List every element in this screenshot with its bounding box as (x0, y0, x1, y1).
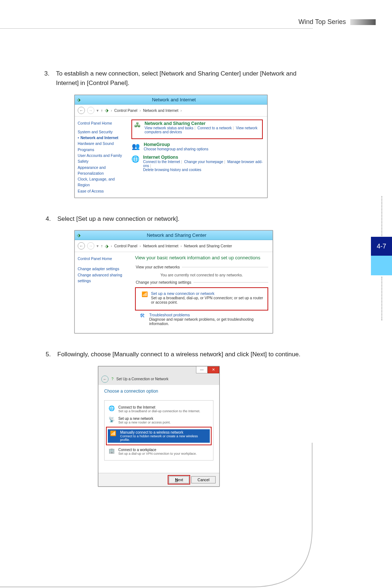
step-5: 5. Followingly, choose [Manually connect… (44, 350, 312, 359)
opt2-desc: Set up a new router or access point. (118, 421, 171, 424)
fig2-addressbar[interactable]: ← → ▾ ↑ ⬗ › Control Panel › Network and … (75, 240, 273, 252)
side-dots-top (381, 196, 382, 236)
text-troubleshoot-desc: Diagnose and repair network problems, or… (149, 317, 268, 326)
link-nsc-title[interactable]: Network and Sharing Center (144, 121, 260, 126)
opt4-desc: Set up a dial-up or VPN connection to yo… (118, 452, 197, 455)
legend-active-networks: View your active networks (135, 265, 182, 269)
link-io-title[interactable]: Internet Options (143, 155, 263, 160)
highlight-setup-connection: 📶 Set up a new connection or network Set… (135, 287, 268, 311)
step-5-text: Followingly, choose [Manually connect to… (57, 350, 301, 359)
opt3-title: Manually connect to a wireless network (120, 430, 208, 434)
fig3-header: ← ? Set Up a Connection or Network (98, 373, 219, 385)
crumb-control-panel[interactable]: Control Panel (114, 244, 138, 248)
fig1-sidebar: Control Panel Home System and Security •… (75, 117, 127, 198)
link-io-homepage[interactable]: Change your homepage (184, 160, 223, 164)
back-icon[interactable]: ← (78, 107, 85, 114)
setup-connection-icon: 📶 (142, 291, 148, 298)
fig2-titlebar: ⬗ Network and Sharing Center (75, 231, 273, 240)
up-icon[interactable]: ↑ (101, 244, 103, 248)
fieldset-active-networks: View your active networks You are curren… (135, 265, 268, 280)
opt1-desc: Set up a broadband or dial-up connection… (118, 409, 200, 413)
fig3-wizard: — ✕ ← ? Set Up a Connection or Network C… (98, 366, 220, 487)
opt3-desc: Connect to a hidden network or create a … (120, 434, 208, 442)
highlight-nsc: 🖧 Network and Sharing Center View networ… (131, 119, 263, 139)
fig2-main-heading: View your basic network information and … (135, 255, 268, 260)
up-icon[interactable]: ↑ (101, 108, 103, 113)
sidebar-programs[interactable]: Programs (78, 147, 94, 152)
link-homegroup-title[interactable]: HomeGroup (144, 142, 208, 147)
next-button[interactable]: NNext (169, 476, 189, 483)
link-io-connect[interactable]: Connect to the Internet (143, 160, 180, 164)
link-troubleshoot[interactable]: Troubleshoot problems (149, 313, 268, 317)
minimize-button[interactable]: — (196, 366, 208, 373)
router-icon: 📡 (107, 417, 115, 423)
text-setup-connection-desc: Set up a broadband, dial-up, or VPN conn… (151, 296, 265, 304)
sidebar-user-accounts[interactable]: User Accounts and Family Safety (78, 153, 122, 163)
cancel-button[interactable]: Cancel (191, 476, 216, 483)
link-nsc-connect[interactable]: Connect to a network (197, 126, 232, 130)
link-io-history[interactable]: Delete browsing history and cookies (143, 168, 201, 172)
option-manual-wireless[interactable]: 📶 Manually connect to a wireless network… (108, 429, 210, 443)
crumb-network-internet[interactable]: Network and Internet (143, 108, 178, 113)
homegroup-icon: 👥 (131, 142, 140, 151)
link-setup-connection[interactable]: Set up a new connection or network (151, 291, 265, 296)
fieldset-change-settings: Change your networking settings 📶 Set up… (135, 280, 268, 330)
cp-icon: ⬗ (77, 97, 81, 102)
fig1-titlebar: ⬗ Network and Internet (75, 95, 267, 105)
history-dropdown-icon[interactable]: ▾ (97, 244, 99, 248)
sidebar-change-sharing[interactable]: Change advanced sharing settings (78, 273, 122, 283)
troubleshoot-icon: 🛠 (139, 313, 146, 319)
sidebar-clock-lang[interactable]: Clock, Language, and Region (78, 177, 115, 187)
option-new-network[interactable]: 📡 Set up a new network Set up a new rout… (106, 415, 212, 425)
option-connect-internet[interactable]: 🌐 Connect to the Internet Set up a broad… (106, 404, 212, 414)
link-homegroup-opts[interactable]: Choose homegroup and sharing options (144, 147, 208, 151)
sidebar-cp-home[interactable]: Control Panel Home (78, 256, 112, 261)
internet-options-icon: 🌐 (131, 155, 139, 163)
fig2-window: ⬗ Network and Sharing Center ← → ▾ ↑ ⬗ ›… (74, 230, 273, 333)
cp-crumb-icon: ⬗ (105, 108, 109, 113)
forward-icon: → (87, 242, 94, 250)
header-rule (0, 28, 313, 29)
crumb-control-panel[interactable]: Control Panel (114, 108, 138, 113)
forward-icon: → (87, 107, 94, 114)
sidebar-appearance[interactable]: Appearance and Personalization (78, 165, 106, 175)
fig1-title: Network and Internet (152, 97, 196, 102)
opt4-title: Connect to a workplace (118, 448, 197, 452)
fig3-titlebar-buttons: — ✕ (98, 366, 219, 373)
cp-crumb-icon: ⬗ (105, 243, 109, 249)
sidebar-system-security[interactable]: System and Security (78, 130, 113, 134)
sidebar-cp-home[interactable]: Control Panel Home (78, 121, 112, 125)
sidebar-change-adapter[interactable]: Change adapter settings (78, 267, 119, 271)
highlight-manual-wireless: 📶 Manually connect to a wireless network… (106, 427, 212, 445)
wizard-back-icon[interactable]: ← (101, 376, 109, 383)
fig2-sidebar: Control Panel Home Change adapter settin… (75, 252, 131, 333)
wireless-icon: 📶 (109, 430, 117, 437)
link-nsc-status[interactable]: View network status and tasks (144, 126, 193, 130)
fig1-window: ⬗ Network and Internet ← → ▾ ↑ ⬗ › Contr… (74, 95, 268, 198)
no-networks-text: You are currently not connected to any n… (135, 272, 268, 280)
sidebar-network-internet[interactable]: Network and Internet (81, 135, 118, 140)
header-gradient-bar (350, 19, 376, 25)
help-icon: ? (111, 377, 114, 381)
step-4-text: Select [Set up a new connection or netwo… (57, 214, 179, 224)
sidebar-ease-access[interactable]: Ease of Access (78, 189, 104, 193)
close-button[interactable]: ✕ (208, 366, 219, 373)
cp-icon: ⬗ (77, 232, 81, 238)
page-number-tab-accent (371, 256, 392, 275)
side-dots-bottom (381, 277, 382, 320)
step-4: 4. Select [Set up a new connection or ne… (44, 214, 312, 224)
opt1-title: Connect to the Internet (118, 405, 200, 409)
history-dropdown-icon[interactable]: ▾ (97, 108, 99, 113)
fig2-title: Network and Sharing Center (147, 232, 206, 238)
crumb-nsc[interactable]: Network and Sharing Center (184, 244, 232, 248)
back-icon[interactable]: ← (78, 242, 85, 250)
crumb-network-internet[interactable]: Network and Internet (143, 244, 178, 248)
sidebar-hardware-sound[interactable]: Hardware and Sound (78, 141, 114, 146)
opt2-title: Set up a new network (118, 417, 171, 421)
step-3-number: 3. (44, 69, 49, 88)
step-4-number: 4. (44, 214, 51, 224)
fig1-addressbar[interactable]: ← → ▾ ↑ ⬗ › Control Panel › Network and … (75, 105, 267, 117)
fig3-header-text: Set Up a Connection or Network (117, 377, 168, 381)
option-workplace[interactable]: 🏢 Connect to a workplace Set up a dial-u… (106, 447, 212, 457)
header-series: Wind Top Series (298, 18, 346, 26)
